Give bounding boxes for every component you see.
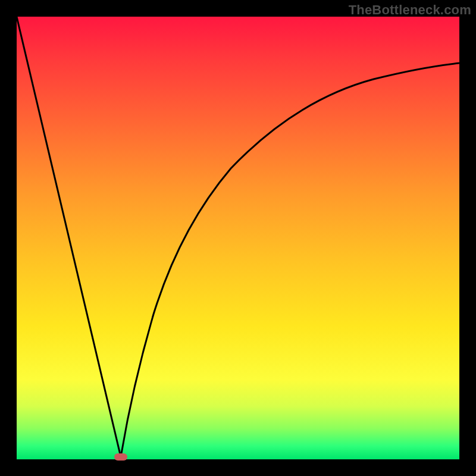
bottleneck-curve (17, 17, 459, 459)
curve-right-branch (121, 63, 459, 457)
watermark-text: TheBottleneck.com (349, 2, 471, 18)
optimal-point-marker (114, 453, 127, 461)
chart-frame: TheBottleneck.com (0, 0, 476, 476)
plot-area (17, 17, 459, 459)
curve-left-branch (17, 17, 121, 457)
